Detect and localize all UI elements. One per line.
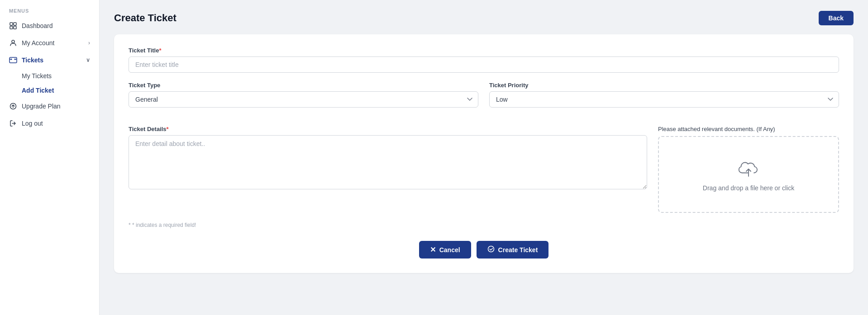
sidebar: MENUS Dashboard My Account › — [0, 0, 100, 315]
create-ticket-button[interactable]: Create Ticket — [477, 241, 549, 259]
sidebar-item-tickets[interactable]: Tickets ∨ — [0, 52, 99, 69]
svg-rect-1 — [14, 23, 16, 25]
svg-point-9 — [488, 246, 494, 252]
ticket-details-group: Ticket Details* — [129, 126, 647, 204]
required-star-details: * — [167, 126, 169, 132]
upload-section: Please attached relevant documents. (If … — [658, 126, 839, 213]
main-content: Create Ticket Back Ticket Title* Ticket … — [100, 0, 868, 315]
ticket-type-label: Ticket Type — [129, 82, 478, 89]
sidebar-sub-item-my-tickets-label: My Tickets — [22, 72, 52, 80]
ticket-details-textarea[interactable] — [129, 135, 647, 189]
ticket-type-select[interactable]: General Technical Billing Other — [129, 91, 478, 108]
required-note: * * indicates a required field! — [129, 222, 839, 228]
svg-rect-2 — [10, 26, 13, 29]
sidebar-item-logout-label: Log out — [22, 120, 43, 127]
logout-icon — [9, 119, 17, 127]
chevron-down-icon: ∨ — [86, 57, 90, 63]
sidebar-item-my-account-label: My Account — [22, 39, 54, 47]
page-title: Create Ticket — [114, 12, 176, 24]
required-star-title: * — [159, 47, 161, 54]
details-section: Ticket Details* Please attached relevant… — [129, 126, 839, 213]
back-button[interactable]: Back — [819, 11, 854, 25]
form-card: Ticket Title* Ticket Type General Techni… — [114, 34, 854, 273]
ticket-title-group: Ticket Title* — [129, 47, 839, 73]
sidebar-sub-item-add-ticket[interactable]: Add Ticket — [0, 83, 99, 98]
ticket-title-label: Ticket Title* — [129, 47, 839, 54]
sidebar-item-logout[interactable]: Log out — [0, 115, 99, 132]
menus-label: MENUS — [0, 0, 99, 17]
ticket-title-input[interactable] — [129, 56, 839, 73]
upload-cloud-icon — [738, 157, 759, 179]
sidebar-item-my-account[interactable]: My Account › — [0, 34, 99, 52]
ticket-priority-select[interactable]: Low Medium High Critical — [489, 91, 839, 108]
sidebar-item-upgrade-plan[interactable]: Upgrade Plan — [0, 98, 99, 115]
file-upload-area[interactable]: Drag and drop a file here or click — [658, 136, 839, 213]
person-icon — [9, 39, 17, 47]
cancel-button[interactable]: ✕ Cancel — [419, 241, 471, 259]
sidebar-item-upgrade-plan-label: Upgrade Plan — [22, 103, 61, 110]
upgrade-icon — [9, 102, 17, 110]
ticket-type-group: Ticket Type General Technical Billing Ot… — [129, 82, 478, 108]
create-check-icon — [487, 245, 495, 254]
svg-point-6 — [11, 59, 12, 60]
ticket-priority-label: Ticket Priority — [489, 82, 839, 89]
svg-rect-5 — [10, 57, 17, 63]
sidebar-item-dashboard[interactable]: Dashboard — [0, 17, 99, 34]
chevron-right-icon: › — [88, 40, 90, 46]
sidebar-item-dashboard-label: Dashboard — [22, 22, 53, 29]
ticket-details-label: Ticket Details* — [129, 126, 647, 132]
upload-text: Drag and drop a file here or click — [703, 184, 794, 192]
svg-point-4 — [12, 40, 14, 43]
svg-point-7 — [14, 59, 16, 60]
type-priority-row: Ticket Type General Technical Billing Ot… — [129, 82, 839, 117]
sidebar-item-tickets-label: Tickets — [22, 56, 43, 64]
attach-label: Please attached relevant documents. (If … — [658, 126, 839, 132]
ticket-icon — [9, 56, 17, 64]
cancel-x-icon: ✕ — [430, 245, 436, 254]
form-actions: ✕ Cancel Create Ticket — [129, 237, 839, 259]
sidebar-sub-item-my-tickets[interactable]: My Tickets — [0, 69, 99, 83]
svg-rect-3 — [14, 26, 16, 29]
svg-rect-0 — [10, 23, 13, 25]
dashboard-icon — [9, 22, 17, 30]
ticket-priority-group: Ticket Priority Low Medium High Critical — [489, 82, 839, 108]
page-header: Create Ticket Back — [114, 11, 854, 25]
sidebar-sub-item-add-ticket-label: Add Ticket — [22, 87, 54, 94]
